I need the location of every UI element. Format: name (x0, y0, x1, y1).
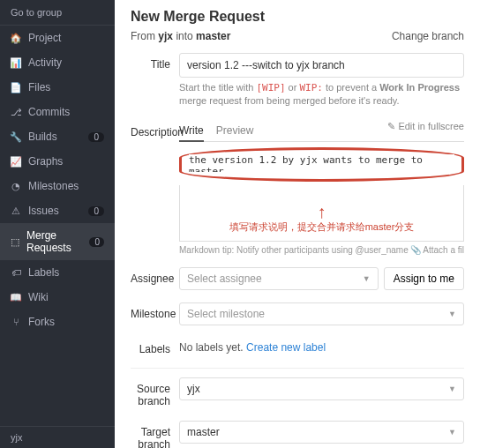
assignee-select[interactable]: Select assignee▼ (179, 267, 379, 290)
page-title: New Merge Request (131, 9, 464, 25)
milestones-icon: ◔ (11, 181, 21, 192)
chevron-down-icon: ▼ (448, 310, 456, 318)
merge-requests-icon: ⬚ (11, 236, 19, 248)
sidebar-item-project[interactable]: 🏠Project (0, 26, 115, 50)
sidebar-item-activity[interactable]: 📊Activity (0, 50, 115, 75)
markdown-hint: Markdown tip: Notify other participants … (179, 245, 409, 255)
sidebar-item-label: Issues (28, 205, 59, 217)
chevron-down-icon: ▼ (448, 385, 456, 393)
change-branch-link[interactable]: Change branch (392, 30, 464, 42)
builds-icon: 🔧 (11, 131, 21, 143)
forks-icon: ⑂ (11, 317, 21, 327)
attach-file[interactable]: 📎 Attach a fil (410, 245, 464, 255)
sidebar-item-label: Commits (28, 106, 70, 118)
assignee-label: Assignee (131, 267, 179, 290)
sidebar-item-graphs[interactable]: 📈Graphs (0, 149, 115, 174)
tab-preview[interactable]: Preview (216, 121, 254, 141)
sidebar-item-commits[interactable]: ⎇Commits (0, 100, 115, 124)
wiki-icon: 📖 (11, 292, 21, 303)
sidebar-item-label: Wiki (28, 291, 49, 303)
sidebar-item-label: Forks (28, 316, 55, 328)
milestone-label: Milestone (131, 302, 179, 325)
milestone-select[interactable]: Select milestone▼ (179, 302, 464, 325)
graphs-icon: 📈 (11, 156, 21, 168)
sidebar-badge: 0 (88, 206, 104, 216)
annotation-area: ↑ 填写请求说明，提交合并请求给master分支 (179, 185, 464, 242)
labels-text: No labels yet. (179, 341, 246, 354)
sidebar-item-wiki[interactable]: 📖Wiki (0, 285, 115, 310)
project-icon: 🏠 (11, 33, 21, 44)
source-branch-label: Source branch (131, 377, 179, 408)
assign-to-me-button[interactable]: Assign to me (384, 267, 464, 290)
source-branch-select[interactable]: yjx▼ (179, 377, 464, 400)
commits-icon: ⎇ (11, 107, 21, 118)
chevron-down-icon: ▼ (448, 428, 456, 437)
target-branch-label: Target branch (131, 421, 179, 448)
sidebar-item-labels[interactable]: 🏷Labels (0, 260, 115, 285)
chevron-down-icon: ▼ (363, 274, 371, 283)
labels-label: Labels (131, 338, 179, 355)
create-label-link[interactable]: Create new label (246, 341, 326, 354)
sidebar-badge: 0 (89, 237, 104, 247)
issues-icon: ⚠ (11, 205, 21, 217)
sidebar-item-forks[interactable]: ⑂Forks (0, 310, 115, 334)
files-icon: 📄 (11, 82, 21, 93)
sidebar-item-label: Labels (28, 266, 59, 279)
annotation-text: 填写请求说明，提交合并请求给master分支 (187, 220, 456, 234)
sidebar-item-files[interactable]: 📄Files (0, 75, 115, 100)
sidebar-item-issues[interactable]: ⚠Issues0 (0, 198, 115, 223)
title-input[interactable] (179, 53, 464, 78)
sidebar-item-merge-requests[interactable]: ⬚Merge Requests0 (0, 223, 115, 260)
edit-fullscreen[interactable]: ✎ Edit in fullscree (387, 121, 464, 141)
sidebar-item-label: Graphs (28, 155, 63, 168)
sidebar-item-label: Builds (28, 131, 57, 143)
sidebar-item-label: Files (28, 81, 50, 93)
title-hint: Start the title with [WIP] or WIP: to pr… (179, 81, 464, 108)
sidebar-item-label: Milestones (28, 180, 79, 192)
sidebar-item-milestones[interactable]: ◔Milestones (0, 174, 115, 198)
activity-icon: 📊 (11, 57, 21, 69)
target-branch-select[interactable]: master▼ (179, 421, 464, 444)
sidebar-item-builds[interactable]: 🔧Builds0 (0, 124, 115, 149)
go-to-group[interactable]: Go to group (0, 0, 115, 26)
from-line: From yjx into master (131, 30, 230, 42)
arrow-up-icon: ↑ (187, 203, 456, 220)
description-highlight: the version 1.2 by yjx wants to merge to… (179, 147, 464, 182)
sidebar-item-label: Merge Requests (26, 229, 89, 254)
sidebar-item-label: Activity (28, 56, 62, 69)
sidebar-item-label: Project (28, 32, 61, 44)
description-label: Description (131, 121, 179, 255)
labels-icon: 🏷 (11, 267, 21, 278)
title-label: Title (131, 53, 179, 108)
sidebar-badge: 0 (88, 132, 104, 142)
sidebar-footer: yjx (0, 426, 115, 448)
description-textarea[interactable]: the version 1.2 by yjx wants to merge to… (189, 154, 454, 172)
tab-write[interactable]: Write (179, 121, 204, 142)
